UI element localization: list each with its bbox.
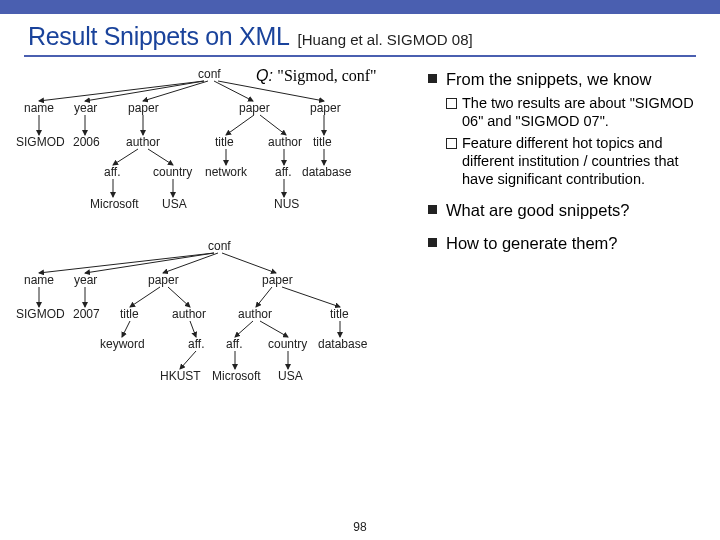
svg-line-25 (130, 287, 160, 307)
right-panel: From the snippets, we know The two resul… (428, 63, 708, 435)
title-row: Result Snippets on XML [Huang et al. SIG… (0, 14, 720, 55)
svg-line-0 (39, 81, 204, 101)
t2-paper1: paper (148, 273, 179, 287)
t2-name: name (24, 273, 54, 287)
sub-2: Feature different hot topics and differe… (446, 134, 708, 188)
t1-author1: author (126, 135, 160, 149)
bullet-1-text: From the snippets, we know (446, 70, 651, 88)
svg-line-29 (122, 321, 130, 337)
svg-line-26 (168, 287, 190, 307)
svg-line-31 (235, 321, 253, 337)
t1-microsoft: Microsoft (90, 197, 139, 211)
t1-database: database (302, 165, 351, 179)
t2-year: year (74, 273, 97, 287)
svg-line-19 (39, 253, 214, 273)
svg-line-30 (190, 321, 196, 337)
t1-paper1: paper (128, 101, 159, 115)
t2-microsoft: Microsoft (212, 369, 261, 383)
svg-line-1 (85, 81, 204, 101)
svg-line-22 (222, 253, 276, 273)
svg-line-27 (256, 287, 272, 307)
t1-title2: title (313, 135, 332, 149)
t1-paper3: paper (310, 101, 341, 115)
t1-aff2: aff. (275, 165, 291, 179)
t1-sigmod: SIGMOD (16, 135, 65, 149)
t2-aff1: aff. (188, 337, 204, 351)
title-underline (24, 55, 696, 57)
t2-keyword: keyword (100, 337, 145, 351)
t1-author2: author (268, 135, 302, 149)
page-number: 98 (353, 520, 366, 534)
svg-line-4 (218, 81, 324, 101)
t1-aff1: aff. (104, 165, 120, 179)
t2-database: database (318, 337, 367, 351)
t1-paper2: paper (239, 101, 270, 115)
header-bar (0, 0, 720, 14)
t2-author2: author (238, 307, 272, 321)
tree-2: conf name year paper paper SIGMOD 2007 t… (8, 235, 428, 435)
t2-author1: author (172, 307, 206, 321)
t1-nus: NUS (274, 197, 299, 211)
t2-title1: title (120, 307, 139, 321)
sub-1: The two results are about "SIGMOD 06" an… (446, 94, 708, 130)
t2-hkust: HKUST (160, 369, 201, 383)
t1-conf: conf (198, 67, 221, 81)
svg-line-20 (85, 253, 214, 273)
t2-paper2: paper (262, 273, 293, 287)
bullet-3: How to generate them? (428, 233, 708, 254)
svg-line-3 (214, 81, 253, 101)
t2-sigmod: SIGMOD (16, 307, 65, 321)
svg-line-32 (260, 321, 288, 337)
svg-line-12 (148, 149, 173, 165)
t2-usa: USA (278, 369, 303, 383)
svg-line-34 (180, 351, 196, 369)
citation: [Huang et al. SIGMOD 08] (298, 31, 473, 48)
svg-line-28 (282, 287, 340, 307)
t2-country: country (268, 337, 307, 351)
bullet-2: What are good snippets? (428, 200, 708, 221)
bullet-1: From the snippets, we know The two resul… (428, 69, 708, 188)
t2-aff2: aff. (226, 337, 242, 351)
t1-usa: USA (162, 197, 187, 211)
svg-line-8 (226, 115, 254, 135)
svg-line-11 (113, 149, 138, 165)
bullet-list: From the snippets, we know The two resul… (428, 69, 708, 254)
t1-country1: country (153, 165, 192, 179)
t2-2007: 2007 (73, 307, 100, 321)
t1-network: network (205, 165, 247, 179)
left-panel: Q: "Sigmod, conf" (8, 63, 428, 435)
t1-year: year (74, 101, 97, 115)
t2-conf: conf (208, 239, 231, 253)
t1-name: name (24, 101, 54, 115)
svg-line-9 (260, 115, 286, 135)
t1-2006: 2006 (73, 135, 100, 149)
page-title: Result Snippets on XML (28, 22, 290, 51)
svg-line-21 (163, 253, 218, 273)
t1-title1: title (215, 135, 234, 149)
sub-list: The two results are about "SIGMOD 06" an… (446, 94, 708, 189)
tree-2-edges (8, 235, 428, 435)
svg-line-2 (143, 81, 208, 101)
t2-title2: title (330, 307, 349, 321)
content: Q: "Sigmod, conf" (0, 63, 720, 435)
